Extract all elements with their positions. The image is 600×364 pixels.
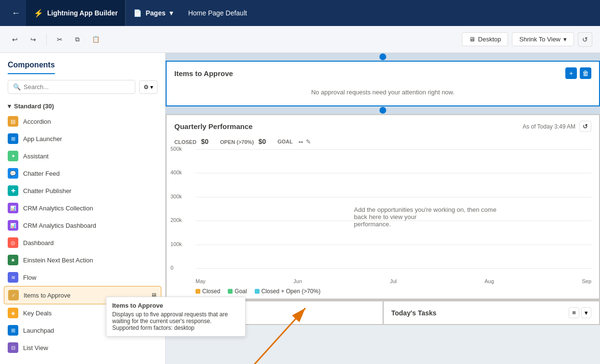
toolbar-separator-1 [46, 34, 47, 45]
copy-icon: ⧉ [75, 36, 79, 43]
sidebar-item-label: CRM Analytics Dashboard [23, 222, 96, 229]
legend-closed-open-dot [255, 289, 260, 294]
cut-button[interactable]: ✂ [52, 32, 67, 47]
sidebar-item-label: CRM Analytics Collection [23, 205, 93, 212]
shrink-chevron-icon: ▾ [563, 36, 567, 43]
tasks-chevron-button[interactable]: ▾ [581, 307, 591, 318]
quarterly-performance-component: Quarterly Performance As of Today 3:49 A… [166, 114, 600, 299]
edit-goal-button[interactable]: ✎ [306, 138, 311, 145]
back-icon: ← [12, 8, 20, 18]
redo-button[interactable]: ↪ [26, 32, 40, 47]
legend-closed: Closed [196, 288, 220, 295]
back-button[interactable]: ← [6, 8, 26, 18]
sidebar-item-list-view[interactable]: ⊟ List View [0, 339, 165, 356]
paste-button[interactable]: 📋 [88, 32, 104, 46]
y-label-500k: 500k [170, 146, 182, 152]
app-builder-nav-item[interactable]: ⚡ Lightning App Builder [26, 0, 126, 26]
chart-message-line2: performance. [354, 221, 391, 228]
undo-button[interactable]: ↩ [8, 32, 22, 47]
y-label-300k: 300k [170, 194, 182, 199]
launchpad-icon: ⊞ [8, 325, 18, 336]
search-input[interactable] [24, 83, 130, 91]
pages-chevron-icon: ▾ [170, 9, 173, 17]
pages-nav-item[interactable]: 📄 Pages ▾ [126, 0, 180, 26]
closed-value: $0 [201, 138, 209, 145]
top-connector-dot [379, 53, 386, 60]
legend-closed-dot [196, 289, 200, 294]
tasks-list-icon-button[interactable]: ≡ [569, 307, 579, 318]
component-header: Items to Approve + 🗑 [167, 62, 599, 83]
legend-goal-dot [228, 289, 233, 294]
search-box[interactable]: 🔍 [8, 80, 135, 94]
tooltip-line1: Displays up to five approval requests th… [112, 311, 239, 318]
sidebar-item-accordion[interactable]: ▤ Accordion [0, 113, 165, 130]
open-stat: OPEN (>70%) $0 [220, 138, 266, 145]
chatter-feed-icon: 💬 [8, 168, 18, 179]
assistant-icon: ✦ [8, 151, 18, 161]
group-label: Standard (30) [14, 103, 54, 110]
accordion-icon: ▤ [8, 116, 18, 127]
tasks-chevron-icon: ▾ [585, 309, 588, 316]
tasks-list-icon: ≡ [572, 309, 576, 316]
sidebar-title: Components [8, 61, 55, 74]
refresh-button[interactable]: ↺ [578, 32, 592, 47]
standard-group-header[interactable]: ▾ Standard (30) [0, 100, 165, 113]
flow-icon: ≋ [8, 272, 18, 283]
middle-connector [166, 106, 600, 114]
sidebar-item-flow[interactable]: ≋ Flow [0, 269, 165, 286]
closed-label: CLOSED [174, 139, 196, 145]
copy-button[interactable]: ⧉ [71, 32, 84, 47]
gridline-500k: 500k [196, 149, 591, 150]
home-page-label: Home Page Default [188, 9, 247, 17]
sidebar-item-label: Flow [23, 274, 36, 281]
as-of-label: As of Today 3:49 AM [522, 123, 575, 130]
sidebar-item-label: Chatter Publisher [23, 187, 71, 195]
no-approval-text: No approval requests need your attention… [311, 89, 455, 96]
search-icon: 🔍 [13, 83, 21, 91]
chatter-publisher-icon: ✚ [8, 185, 18, 196]
delete-component-button[interactable]: 🗑 [580, 67, 591, 79]
redo-icon: ↪ [30, 36, 36, 43]
open-label: OPEN (>70%) [220, 139, 254, 145]
sidebar-item-crm-analytics-collection[interactable]: 📊 CRM Analytics Collection [0, 199, 165, 217]
sidebar-item-label: Einstein Next Best Action [23, 257, 93, 264]
search-row: 🔍 ⚙ ▾ [0, 74, 165, 100]
quarterly-refresh: As of Today 3:49 AM ↺ [522, 121, 591, 132]
x-label-jun: Jun [293, 278, 302, 284]
gear-settings-button[interactable]: ⚙ ▾ [139, 80, 157, 94]
undo-icon: ↩ [12, 36, 18, 43]
sidebar-item-label: Key Deals [23, 310, 52, 317]
sidebar-item-assistant[interactable]: ✦ Assistant [0, 147, 165, 165]
items-to-approve-component: Items to Approve + 🗑 No approval request… [166, 61, 600, 106]
sidebar-item-einstein[interactable]: ★ Einstein Next Best Action [0, 251, 165, 269]
sidebar-item-chatter-publisher[interactable]: ✚ Chatter Publisher [0, 182, 165, 199]
middle-connector-dot [379, 107, 386, 114]
sidebar-item-dashboard[interactable]: ◎ Dashboard [0, 234, 165, 251]
sidebar-item-label: Accordion [23, 118, 51, 125]
todays-tasks-card: Today's Tasks ≡ ▾ [383, 300, 600, 325]
y-label-200k: 200k [170, 217, 182, 223]
desktop-view-button[interactable]: 🖥 Desktop [462, 32, 509, 46]
items-to-approve-tooltip: Items to Approve Displays up to five app… [106, 297, 246, 337]
crm-analytics-collection-icon: 📊 [8, 203, 18, 213]
open-value: $0 [259, 138, 266, 145]
crm-analytics-dashboard-icon: 📊 [8, 220, 18, 231]
paste-icon: 📋 [92, 36, 100, 43]
key-deals-icon: ◈ [8, 308, 18, 318]
goal-label: GOAL [277, 139, 293, 144]
desktop-icon: 🖥 [469, 36, 475, 43]
sidebar-item-crm-analytics-dashboard[interactable]: 📊 CRM Analytics Dashboard [0, 217, 165, 234]
tasks-actions: ≡ ▾ [569, 307, 591, 318]
sidebar-item-app-launcher[interactable]: ⊞ App Launcher [0, 130, 165, 147]
x-label-may: May [196, 278, 206, 284]
shrink-to-view-button[interactable]: Shrink To View ▾ [512, 32, 574, 46]
legend-closed-open-label: Closed + Open (>70%) [261, 288, 321, 295]
items-to-approve-title: Items to Approve [174, 69, 233, 78]
goal-stat: GOAL -- ✎ [277, 138, 311, 145]
quarterly-refresh-button[interactable]: ↺ [579, 121, 591, 132]
sidebar-item-chatter-feed[interactable]: 💬 Chatter Feed [0, 165, 165, 182]
add-component-button[interactable]: + [565, 67, 577, 79]
items-to-approve-icon: ✓ [8, 290, 19, 300]
sidebar-item-label: App Launcher [23, 135, 62, 143]
sidebar-item-label: Dashboard [23, 239, 54, 247]
